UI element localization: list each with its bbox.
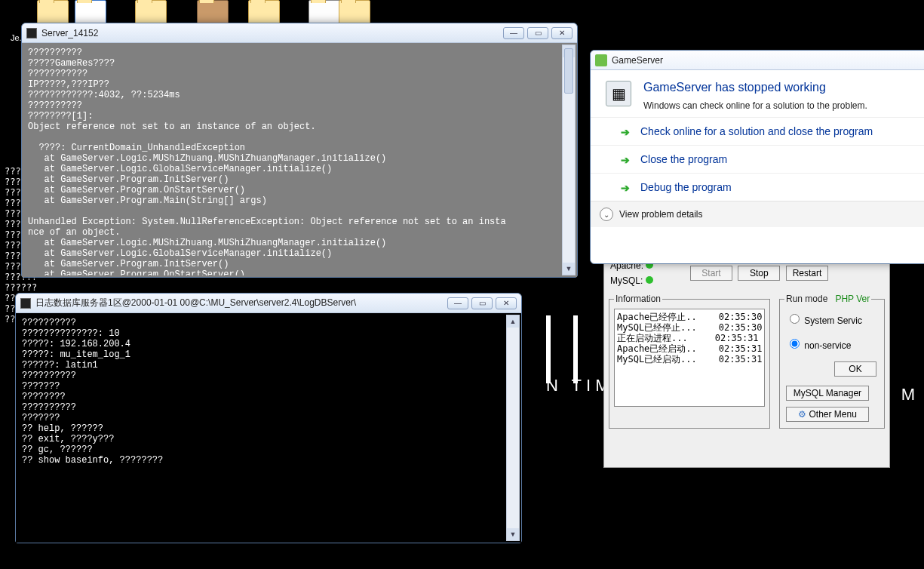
titlebar[interactable]: Server_14152 — ▭ ✕ — [22, 23, 577, 43]
error-subtext: Windows can check online for a solution … — [643, 100, 918, 111]
ok-button[interactable]: OK — [834, 361, 876, 377]
error-dialog: GameServer ▦ GameServer has stopped work… — [590, 50, 924, 264]
minimize-button[interactable]: — — [503, 27, 524, 39]
arrow-icon: ➔ — [621, 126, 631, 137]
scroll-down-icon[interactable]: ▼ — [563, 263, 575, 275]
other-menu-button[interactable]: ⚙ Other Menu — [786, 407, 869, 422]
maximize-button[interactable]: ▭ — [471, 297, 493, 309]
wallpaper-text: M — [901, 385, 919, 404]
error-heading: GameServer has stopped working — [643, 81, 918, 94]
gear-icon: ⚙ — [798, 409, 806, 420]
program-icon: ▦ — [606, 81, 631, 106]
titlebar[interactable]: 日志数据库服务器1区@2000-01-01 00@C:\MU_Server\se… — [16, 294, 521, 313]
titlebar[interactable]: GameServer — [591, 51, 924, 70]
console-icon — [20, 298, 31, 309]
php-ver-label: PHP Ver — [835, 294, 870, 304]
restart-button[interactable]: Restart — [786, 266, 829, 281]
logdb-window: 日志数据库服务器1区@2000-01-01 00@C:\MU_Server\se… — [15, 293, 522, 543]
info-list: Apache已经停止.. 02:35:30 MySQL已经停止... 02:35… — [614, 309, 765, 407]
view-details[interactable]: ⌄ View problem details — [591, 201, 924, 227]
minimize-button[interactable]: — — [447, 297, 468, 309]
console-output: ?????????? ?????GameRes???? ??????????? … — [23, 45, 562, 275]
option-close-program[interactable]: ➔ Close the program — [591, 145, 924, 173]
scrollbar[interactable]: ▲ ▼ — [506, 315, 520, 541]
run-mode-legend: Run mode — [786, 294, 827, 304]
option-check-online[interactable]: ➔ Check online for a solution and close … — [591, 117, 924, 145]
option-debug-program[interactable]: ➔ Debug the program — [591, 173, 924, 201]
dialog-title: GameServer — [612, 55, 663, 66]
mysql-label: MySQL: — [610, 275, 643, 286]
close-button[interactable]: ✕ — [551, 27, 573, 39]
scroll-thumb[interactable] — [564, 48, 573, 94]
arrow-icon: ➔ — [621, 182, 631, 192]
scrollbar[interactable]: ▲ ▼ — [562, 45, 576, 275]
close-button[interactable]: ✕ — [496, 297, 517, 309]
radio-system-service[interactable]: System Servic — [786, 315, 862, 326]
app-icon — [595, 54, 607, 66]
info-legend: Information — [614, 294, 662, 304]
radio-non-service[interactable]: non-service — [786, 340, 851, 351]
start-button[interactable]: Start — [690, 266, 732, 281]
mysql-manager-button[interactable]: MySQL Manager — [786, 386, 869, 401]
server-window: Server_14152 — ▭ ✕ ?????????? ?????GameR… — [21, 23, 578, 278]
arrow-icon: ➔ — [621, 154, 631, 165]
scroll-up-icon[interactable]: ▲ — [507, 315, 519, 328]
window-title: 日志数据库服务器1区@2000-01-01 00@C:\MU_Server\se… — [35, 297, 356, 309]
maximize-button[interactable]: ▭ — [527, 27, 548, 39]
console-output: ?????????? ??????????????: 10 ?????: 192… — [17, 315, 506, 541]
stop-button[interactable]: Stop — [738, 266, 780, 281]
window-title: Server_14152 — [41, 28, 98, 38]
scroll-down-icon[interactable]: ▼ — [507, 528, 519, 540]
desktop: Je... N TIME M ?????????????????????????… — [0, 0, 924, 569]
chevron-down-icon: ⌄ — [600, 208, 613, 221]
status-dot-mysql — [646, 276, 653, 284]
console-icon — [26, 28, 37, 38]
php-panel: Apache: MySQL: Start Stop Restart Inform… — [603, 257, 890, 468]
